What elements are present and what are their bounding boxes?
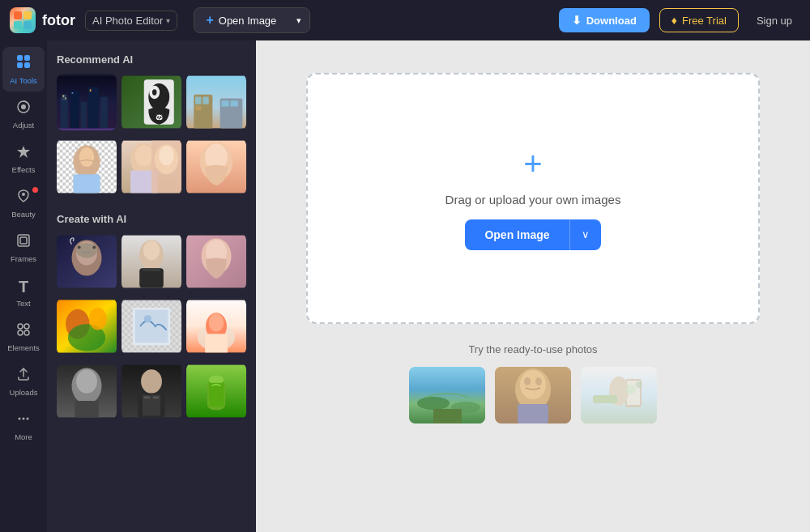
tool-ai-filters[interactable]: AI Filters [186, 233, 246, 293]
sidebar-item-ai-tools[interactable]: AI Tools [2, 47, 45, 92]
beauty-notification-dot [32, 187, 38, 193]
open-image-caret[interactable]: ▾ [288, 11, 309, 31]
app-name-dropdown[interactable]: AI Photo Editor ▾ [85, 11, 177, 31]
svg-rect-12 [18, 235, 29, 246]
create-section-title: Create with AI [57, 213, 246, 225]
svg-rect-44 [221, 100, 228, 106]
tool-magic-eraser-thumb [186, 74, 246, 130]
tool-row3b-thumb [122, 363, 181, 419]
tool-upscaler[interactable]: 🐼 AI Upscaler [122, 74, 181, 134]
svg-rect-76 [143, 268, 160, 271]
svg-rect-5 [24, 55, 30, 61]
header-open-image-btn[interactable]: + Open Image ▾ [194, 7, 310, 33]
tool-ai-replace-thumb [186, 298, 246, 355]
sidebar-item-adjust[interactable]: Adjust [2, 93, 45, 136]
svg-point-120 [524, 377, 531, 385]
svg-rect-0 [14, 11, 22, 19]
svg-rect-119 [518, 404, 548, 423]
svg-point-127 [626, 385, 636, 394]
tool-ai-replace[interactable]: AI Replace [186, 298, 246, 358]
sidebar-item-effects[interactable]: Effects [2, 138, 45, 181]
tool-row3b[interactable] [122, 363, 181, 423]
sample-photo-1[interactable] [409, 367, 485, 423]
sidebar-item-frames[interactable]: Frames [2, 227, 45, 270]
open-image-large-button[interactable]: Open Image ∨ [465, 219, 600, 250]
sidebar-item-text[interactable]: T Text [2, 271, 45, 314]
svg-point-17 [24, 330, 29, 335]
sidebar-item-beauty-label: Beauty [11, 210, 36, 219]
sidebar-item-elements[interactable]: Elements [2, 316, 45, 359]
svg-rect-25 [81, 102, 87, 128]
tool-1tap-thumb [57, 74, 117, 130]
elements-icon [16, 322, 31, 341]
svg-point-113 [417, 397, 450, 410]
svg-point-92 [144, 315, 151, 322]
svg-rect-3 [23, 21, 32, 29]
sample-photo-2[interactable] [495, 367, 571, 423]
tool-row3a-thumb [57, 363, 117, 419]
sidebar-item-uploads[interactable]: Uploads [2, 360, 45, 403]
recommend-section-title: Recommend AI [57, 53, 246, 66]
open-image-main[interactable]: + Open Image [194, 8, 288, 32]
tool-magic-eraser[interactable]: Magic Eraser [186, 74, 246, 134]
beauty-icon [16, 189, 31, 207]
open-image-large-caret[interactable]: ∨ [570, 220, 601, 249]
svg-point-11 [22, 193, 25, 196]
sidebar-item-ai-tools-label: AI Tools [10, 76, 37, 85]
signup-button[interactable]: Sign up [748, 10, 800, 32]
svg-rect-42 [195, 106, 201, 111]
sidebar-item-uploads-label: Uploads [10, 388, 38, 397]
logo[interactable]: fotor [10, 7, 75, 33]
drop-zone[interactable]: + Drag or upload your own images Open Im… [306, 73, 760, 324]
adjust-icon [16, 100, 31, 118]
svg-rect-52 [73, 174, 100, 193]
svg-rect-13 [20, 237, 27, 244]
sidebar-item-text-label: Text [16, 299, 30, 308]
sidebar-item-frames-label: Frames [11, 254, 36, 263]
tool-face-unblur[interactable]: Face Unblur [122, 138, 181, 198]
free-trial-button[interactable]: ♦ Free Trial [659, 8, 739, 32]
svg-rect-31 [90, 89, 92, 92]
tool-bg-remover[interactable]: BG Remover [57, 138, 117, 198]
recommend-tools-grid: 1-TapEnhance 🐼 AI Upscaler [57, 74, 246, 198]
svg-rect-30 [72, 92, 74, 94]
download-button[interactable]: ⬇ Download [559, 8, 650, 32]
tool-row3c-thumb [186, 363, 246, 419]
sample-photos-row [409, 367, 657, 423]
tool-art-effects[interactable]: AI Art Effects [57, 298, 117, 358]
tool-art-effects-thumb [57, 298, 117, 355]
svg-point-56 [135, 145, 153, 166]
svg-rect-45 [231, 100, 238, 106]
svg-point-60 [159, 146, 174, 165]
main-area: AI Tools Adjust Effects [0, 40, 810, 532]
tool-image-gen-thumb [57, 233, 117, 290]
tool-bg-remover-thumb [57, 138, 117, 195]
tool-ai-expand[interactable]: AI Expand [122, 298, 181, 358]
sample-photos-section: Try the ready-to-use photos [409, 343, 657, 423]
ai-tools-icon [15, 53, 32, 74]
tools-panel: Recommend AI [47, 40, 256, 532]
sidebar-item-beauty[interactable]: Beauty [2, 182, 45, 225]
tool-ai-expand-thumb [122, 298, 181, 355]
sidebar-item-more[interactable]: More [2, 405, 45, 448]
sidebar-item-elements-label: Elements [7, 343, 40, 352]
tool-skin-retouch-thumb [186, 138, 246, 195]
text-icon: T [19, 278, 28, 296]
tool-row3a[interactable] [57, 363, 117, 423]
svg-rect-1 [23, 11, 32, 19]
tool-row3c[interactable] [186, 363, 246, 423]
tool-upscaler-thumb: 🐼 [122, 74, 181, 130]
tool-image-generator[interactable]: AI ImageGenerator [57, 233, 117, 293]
tool-headshot[interactable]: AI Headshot [122, 233, 181, 293]
drop-zone-plus-icon: + [523, 147, 542, 180]
tool-skin-retouch[interactable]: AI SkinRetouch [186, 138, 246, 198]
more-icon [16, 411, 31, 430]
sample-photo-3[interactable] [581, 367, 657, 423]
svg-rect-106 [144, 396, 150, 398]
app-name-chevron: ▾ [166, 16, 170, 25]
icon-sidebar: AI Tools Adjust Effects [0, 40, 47, 532]
panel-collapse-btn[interactable]: ‹ [249, 270, 256, 303]
logo-text: fotor [42, 12, 75, 29]
header: fotor AI Photo Editor ▾ + Open Image ▾ ⬇… [0, 0, 810, 40]
tool-1tap-enhance[interactable]: 1-TapEnhance [57, 74, 117, 134]
